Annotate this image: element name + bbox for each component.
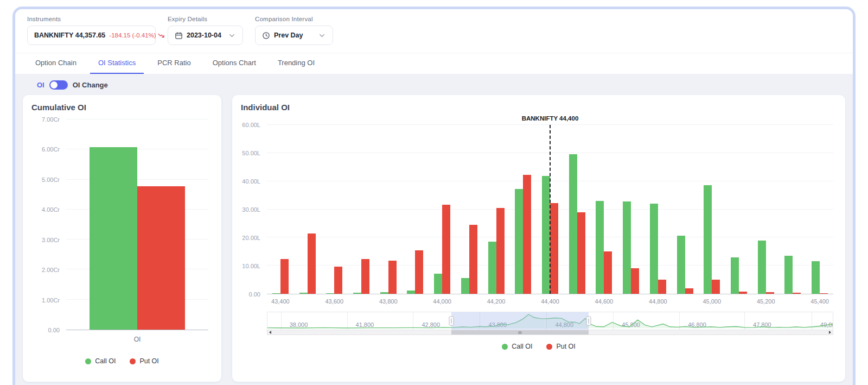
navigator-scrollbar[interactable] <box>267 330 833 335</box>
instruments-group: Instruments BANKNIFTY 44,357.65 -184.15 … <box>27 16 156 45</box>
instruments-select[interactable]: BANKNIFTY 44,357.65 -184.15 (-0.41%) <box>27 26 156 45</box>
y-tick-label: 4.00Cr <box>42 206 60 213</box>
chevron-down-icon <box>318 31 326 40</box>
individual-oi-card: Individual OI 0.0010.00L20.00L30.00L40.0… <box>232 95 845 382</box>
put-oi-bar <box>308 233 316 294</box>
individual-yaxis: 0.0010.00L20.00L30.00L40.00L50.00L60.00L <box>241 125 264 294</box>
put-oi-legend-dot <box>130 358 136 364</box>
put-oi-legend-dot <box>546 344 552 350</box>
individual-xaxis: 43,40043,60043,80044,00044,20044,40044,6… <box>267 296 833 305</box>
toggle-label-oi-change[interactable]: OI Change <box>73 81 108 89</box>
put-oi-bar <box>550 203 558 294</box>
trending-down-icon <box>158 32 164 39</box>
navigator-selection[interactable] <box>451 312 589 330</box>
call-oi-bar <box>812 261 820 294</box>
scrollbar-right-arrow-icon[interactable] <box>829 331 831 334</box>
content-area: OI OI Change Cumulative OI 0.001.00Cr2.0… <box>15 74 853 385</box>
tab-pcr-ratio[interactable]: PCR Ratio <box>149 53 199 74</box>
spot-price-line <box>550 125 551 294</box>
call-oi-bar <box>90 147 137 330</box>
expiry-value: 2023-10-04 <box>187 31 221 39</box>
call-oi-legend-dot <box>85 358 91 364</box>
tab-options-chart[interactable]: Options Chart <box>205 53 264 74</box>
put-oi-bar <box>388 261 397 294</box>
tab-option-chain[interactable]: Option Chain <box>27 53 85 74</box>
call-oi-bar <box>596 201 604 294</box>
y-tick-label: 50.00L <box>242 150 260 156</box>
put-oi-bar <box>766 292 774 294</box>
legend-label: Put OI <box>139 357 158 365</box>
y-tick-label: 10.00L <box>242 263 260 269</box>
call-oi-bar <box>326 293 334 294</box>
legend-item-call-oi[interactable]: Call OI <box>502 343 532 350</box>
tab-bar: Option Chain OI Statistics PCR Ratio Opt… <box>15 53 853 74</box>
clock-icon <box>262 31 270 40</box>
call-oi-legend-dot <box>502 344 508 350</box>
spot-price-annotation: BANKNIFTY 44,400 <box>522 115 579 122</box>
individual-oi-title: Individual OI <box>241 103 837 112</box>
put-oi-bar <box>442 205 450 294</box>
put-oi-bar <box>685 288 693 294</box>
charts-row: Cumulative OI 0.001.00Cr2.00Cr3.00Cr4.00… <box>22 95 846 382</box>
legend-item-call-oi[interactable]: Call OI <box>85 357 116 365</box>
comparison-interval-label: Comparison Interval <box>255 16 333 22</box>
calendar-icon <box>175 31 183 40</box>
cumulative-oi-chart: 0.001.00Cr2.00Cr3.00Cr4.00Cr5.00Cr6.00Cr… <box>31 116 213 350</box>
comparison-interval-value: Prev Day <box>274 31 303 39</box>
navigator[interactable]: 38,00041,80042,80043,80044,80045,80046,8… <box>267 312 833 330</box>
cumulative-legend: Call OIPut OI <box>31 357 213 365</box>
call-oi-bar <box>272 293 280 294</box>
scrollbar-left-arrow-icon[interactable] <box>269 331 271 334</box>
y-tick-label: 30.00L <box>242 206 260 213</box>
call-oi-bar <box>515 189 523 294</box>
call-oi-bar <box>407 291 415 294</box>
comparison-interval-group: Comparison Interval Prev Day <box>255 16 333 45</box>
call-oi-bar <box>677 236 685 294</box>
call-oi-bar <box>434 274 442 294</box>
expiry-label: Expiry Details <box>168 16 243 22</box>
y-tick-label: 1.00Cr <box>42 297 60 304</box>
x-tick-label: 45,200 <box>757 298 775 305</box>
oi-change-toggle[interactable] <box>49 80 68 90</box>
call-oi-bar <box>461 278 469 294</box>
tab-trending-oi[interactable]: Trending OI <box>270 53 323 74</box>
cumulative-yaxis: 0.001.00Cr2.00Cr3.00Cr4.00Cr5.00Cr6.00Cr… <box>31 119 63 330</box>
call-oi-bar <box>650 204 658 294</box>
call-oi-bar <box>784 256 793 294</box>
individual-oi-chart: 0.0010.00L20.00L30.00L40.00L50.00L60.00L… <box>241 114 837 305</box>
legend-item-put-oi[interactable]: Put OI <box>130 357 158 365</box>
cumulative-oi-title: Cumulative OI <box>31 103 213 112</box>
toggle-label-oi[interactable]: OI <box>37 81 44 89</box>
call-oi-bar <box>353 293 361 294</box>
app-container: Instruments BANKNIFTY 44,357.65 -184.15 … <box>12 7 856 385</box>
put-oi-bar <box>577 212 585 294</box>
y-tick-label: 60.00L <box>242 122 260 128</box>
put-oi-bar <box>631 268 639 294</box>
call-oi-bar <box>380 292 388 294</box>
legend-item-put-oi[interactable]: Put OI <box>546 343 575 350</box>
expiry-select[interactable]: 2023-10-04 <box>168 26 243 45</box>
tab-oi-statistics[interactable]: OI Statistics <box>90 53 144 74</box>
instrument-change: -184.15 (-0.41%) <box>109 32 164 39</box>
legend-label: Call OI <box>95 357 116 365</box>
chevron-down-icon <box>228 31 236 40</box>
y-tick-label: 6.00Cr <box>42 146 60 153</box>
expiry-group: Expiry Details 2023-10-04 <box>168 16 243 45</box>
comparison-interval-select[interactable]: Prev Day <box>255 26 333 45</box>
put-oi-bar <box>793 293 801 294</box>
navigator-right-handle[interactable] <box>586 317 591 326</box>
call-oi-bar <box>623 201 631 294</box>
call-oi-bar <box>569 154 577 294</box>
call-oi-bar <box>731 257 739 294</box>
instrument-symbol-price: BANKNIFTY 44,357.65 <box>34 31 105 39</box>
put-oi-bar <box>469 225 477 294</box>
call-oi-bar <box>488 242 496 294</box>
filter-bar: Instruments BANKNIFTY 44,357.65 -184.15 … <box>15 9 853 53</box>
navigator-left-handle[interactable] <box>449 317 454 326</box>
x-tick-label: 44,600 <box>595 298 614 305</box>
x-tick-label: 45,000 <box>703 298 721 305</box>
x-tick-label: 44,800 <box>649 298 667 305</box>
scrollbar-thumb[interactable] <box>451 330 589 334</box>
individual-plot: BANKNIFTY 44,400 <box>267 125 833 294</box>
y-tick-label: 7.00Cr <box>42 116 60 123</box>
